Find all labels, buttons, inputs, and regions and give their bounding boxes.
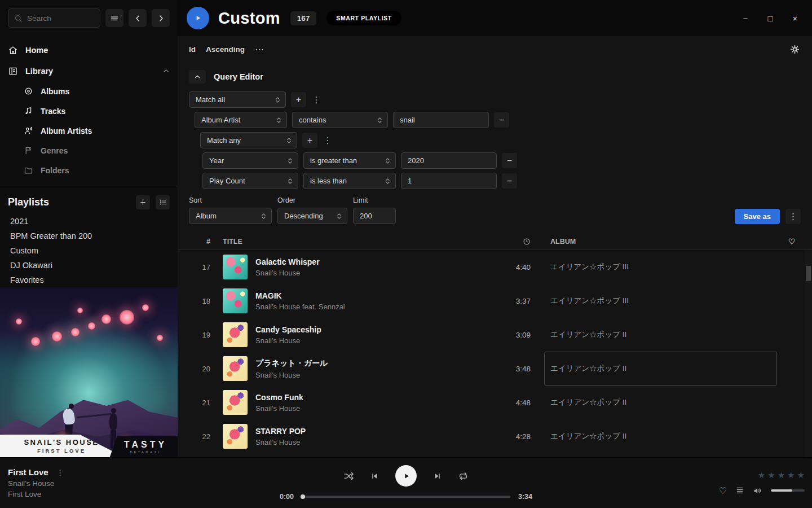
menu-button[interactable] — [105, 9, 123, 27]
playlist-item[interactable]: DJ Okawari — [0, 258, 178, 273]
playlist-item[interactable]: Custom — [0, 243, 178, 258]
rule-value-input[interactable] — [401, 152, 497, 169]
table-row[interactable]: 19 Candy Spaceship Snail’s House 3:09 エイ… — [178, 318, 812, 352]
shuffle-button[interactable] — [343, 471, 354, 481]
sort-select[interactable]: Album — [189, 208, 272, 224]
track-album[interactable]: エイリアン☆ポップ III — [531, 250, 779, 284]
order-select[interactable]: Descending — [277, 208, 347, 224]
now-playing-artist[interactable]: Snail’s House — [8, 479, 178, 488]
window-close-button[interactable]: × — [791, 14, 800, 23]
table-row[interactable]: 22 STARRY POP Snail’s House 4:28 エイリアン☆ポ… — [178, 419, 812, 453]
playlist-item[interactable]: 2021 — [0, 214, 178, 229]
previous-track-button[interactable] — [370, 471, 379, 481]
query-editor-collapse-button[interactable] — [189, 70, 206, 84]
sidebar-item-library[interactable]: Library — [8, 60, 170, 81]
match-type-select[interactable]: Match all — [189, 91, 286, 108]
seek-handle[interactable] — [301, 494, 305, 499]
add-rule-button[interactable]: + — [291, 92, 306, 107]
library-collapse-icon[interactable] — [162, 67, 170, 75]
track-artist[interactable]: Snail’s House — [255, 438, 496, 446]
track-album-focused-cell[interactable]: エイリアン☆ポップ II — [531, 352, 779, 386]
star-icon[interactable]: ★ — [787, 470, 795, 480]
track-album[interactable]: エイリアン☆ポップ II — [531, 419, 779, 453]
remove-rule-button[interactable]: − — [502, 173, 517, 189]
star-icon[interactable]: ★ — [767, 470, 775, 480]
table-row[interactable]: 17 Galactic Whisper Snail’s House 4:40 エ… — [178, 250, 812, 284]
home-icon — [8, 45, 18, 55]
track-album[interactable]: エイリアン☆ポップ III — [531, 284, 779, 318]
track-artist[interactable]: Snail’s House — [255, 336, 496, 345]
rule-value-input[interactable] — [401, 173, 497, 189]
rule-group-menu-button[interactable]: ⋮ — [323, 133, 333, 148]
column-header-index[interactable]: # — [187, 238, 210, 246]
more-options-button[interactable]: ⋯ — [255, 44, 265, 55]
playlist-item[interactable]: Favorites — [0, 273, 178, 287]
window-minimize-button[interactable]: − — [741, 14, 750, 23]
add-rule-button[interactable]: + — [302, 133, 317, 148]
playlist-list-button[interactable] — [156, 195, 170, 209]
search-input[interactable] — [27, 14, 94, 23]
play-playlist-button[interactable] — [187, 7, 209, 29]
star-icon[interactable]: ★ — [778, 470, 785, 480]
favorite-button[interactable]: ♡ — [719, 485, 727, 496]
duration-clock-icon[interactable] — [523, 238, 531, 246]
sort-field-button[interactable]: Id — [189, 45, 196, 54]
gear-icon[interactable] — [790, 45, 800, 54]
favorite-heart-icon[interactable]: ♡ — [788, 237, 796, 246]
search-input-wrapper[interactable] — [8, 8, 100, 28]
rule-operator-select[interactable]: is greater than — [303, 152, 396, 169]
window-maximize-button[interactable]: □ — [766, 14, 775, 23]
track-artist[interactable]: Snail’s House — [255, 269, 496, 277]
star-icon[interactable]: ★ — [797, 470, 805, 480]
playlist-item[interactable]: BPM Greater than 200 — [0, 229, 178, 243]
save-menu-button[interactable]: ⋮ — [785, 209, 801, 224]
rule-operator-select[interactable]: is less than — [303, 173, 396, 189]
seek-bar[interactable] — [302, 496, 510, 498]
column-header-title[interactable]: TITLE — [210, 238, 496, 246]
now-playing-title[interactable]: First Love — [8, 467, 48, 477]
sidebar-item-album-artists[interactable]: Album Artists — [24, 121, 170, 141]
sidebar-item-albums[interactable]: Albums — [24, 81, 170, 101]
table-row[interactable]: 21 Cosmo Funk Snail’s House 4:48 エイリアン☆ポ… — [178, 386, 812, 419]
nav-back-button[interactable] — [129, 9, 147, 27]
remove-rule-button[interactable]: − — [502, 153, 517, 168]
remove-rule-button[interactable]: − — [494, 112, 509, 128]
rating-stars[interactable]: ★ ★ ★ ★ ★ — [758, 470, 805, 480]
nav-forward-button[interactable] — [152, 9, 170, 27]
star-icon[interactable]: ★ — [758, 470, 765, 480]
next-track-button[interactable] — [433, 471, 442, 481]
now-playing-menu-button[interactable]: ⋮ — [56, 468, 64, 477]
table-row[interactable]: 18 MAGIK Snail’s House feat. Sennzai 3:3… — [178, 284, 812, 318]
rule-value-input[interactable] — [393, 112, 489, 128]
limit-input[interactable] — [353, 208, 396, 224]
sidebar-item-tracks[interactable]: Tracks — [24, 101, 170, 121]
vertical-scrollbar[interactable] — [805, 250, 812, 457]
volume-icon[interactable] — [753, 486, 762, 496]
rule-field-select[interactable]: Year — [202, 152, 298, 169]
table-row[interactable]: 20 プラネット・ガール Snail’s House 3:48 エイリアン☆ポッ… — [178, 352, 812, 386]
now-playing-album[interactable]: First Love — [8, 490, 178, 498]
now-playing-album-art[interactable]: SNAIL'S HOUSE FIRST LOVE TASTY BETAMAXI — [0, 287, 178, 457]
sidebar-item-genres[interactable]: Genres — [24, 141, 170, 160]
queue-icon[interactable] — [735, 486, 744, 495]
track-album[interactable]: エイリアン☆ポップ II — [531, 318, 779, 352]
rule-field-select[interactable]: Play Count — [202, 173, 298, 189]
scrollbar-thumb[interactable] — [806, 266, 811, 281]
sidebar-item-home[interactable]: Home — [8, 40, 170, 60]
volume-slider[interactable] — [771, 489, 805, 492]
rule-field-select[interactable]: Album Artist — [195, 112, 287, 128]
repeat-button[interactable] — [458, 471, 469, 481]
add-playlist-button[interactable] — [136, 195, 150, 209]
track-artist[interactable]: Snail’s House feat. Sennzai — [255, 303, 496, 311]
column-header-album[interactable]: ALBUM — [531, 238, 779, 246]
track-album[interactable]: エイリアン☆ポップ II — [531, 386, 779, 419]
sort-direction-button[interactable]: Ascending — [206, 45, 245, 54]
track-artist[interactable]: Snail’s House — [255, 371, 496, 379]
rule-group-menu-button[interactable]: ⋮ — [311, 92, 321, 107]
play-pause-button[interactable] — [395, 465, 417, 487]
match-type-select[interactable]: Match any — [200, 132, 297, 148]
track-artist[interactable]: Snail’s House — [255, 404, 496, 413]
sidebar-item-folders[interactable]: Folders — [24, 160, 170, 180]
rule-operator-select[interactable]: contains — [292, 112, 388, 128]
save-as-button[interactable]: Save as — [735, 209, 780, 224]
